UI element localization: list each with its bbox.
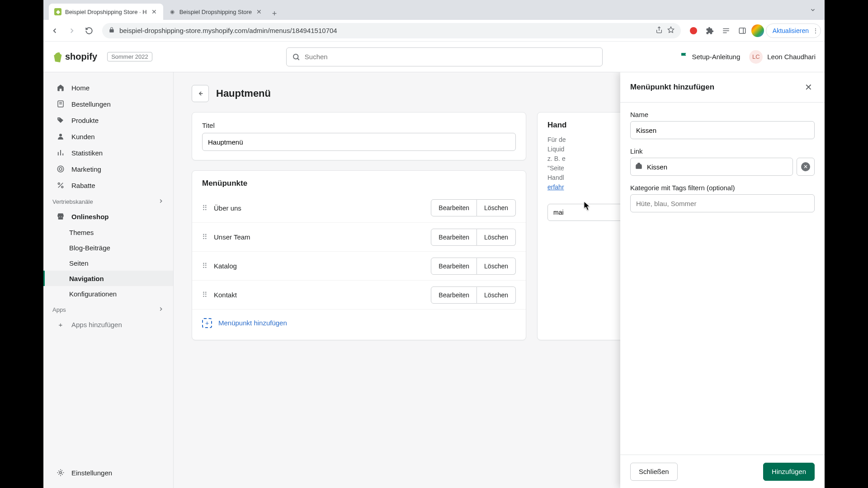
setup-guide-link[interactable]: Setup-Anleitung	[680, 52, 740, 61]
app-header: shopify Sommer 2022 Setup-Anleitung LC L…	[43, 42, 825, 72]
sidebar-sub-config[interactable]: Konfigurationen	[43, 286, 173, 301]
drag-handle-icon[interactable]: ⠿	[202, 233, 208, 241]
sidebar-item-marketing[interactable]: Marketing	[47, 161, 170, 177]
back-icon[interactable]	[47, 23, 62, 38]
svg-point-13	[59, 134, 62, 136]
sidebar-item-customers[interactable]: Kunden	[47, 128, 170, 145]
sidebar-sub-pages[interactable]: Seiten	[43, 255, 173, 271]
extension-icon[interactable]	[686, 23, 701, 38]
plus-icon: +	[56, 321, 65, 328]
page-back-button[interactable]	[192, 85, 209, 102]
main-content: Hauptmenü Titel Menüpunkte ⠿	[174, 72, 825, 488]
browser-tab[interactable]: ◉ Beispiel Dropshipping Store ✕	[163, 4, 268, 20]
svg-rect-5	[739, 28, 745, 33]
target-icon	[56, 165, 65, 173]
add-dashed-icon: +	[202, 318, 212, 328]
lock-icon	[108, 27, 115, 34]
add-menu-item-drawer: Menüpunkt hinzufügen ✕ Name Link	[620, 72, 825, 488]
sidebar-sub-navigation[interactable]: Navigation	[43, 271, 173, 286]
sidebar-sub-themes[interactable]: Themes	[43, 225, 173, 240]
side-panel-icon[interactable]	[735, 23, 750, 38]
tab-close-icon[interactable]: ✕	[151, 8, 158, 15]
menu-item-row: ⠿ Kontakt Bearbeiten Löschen	[192, 280, 526, 309]
svg-line-19	[58, 183, 63, 188]
sidebar-item-home[interactable]: Home	[47, 80, 170, 96]
edit-button[interactable]: Bearbeiten	[431, 199, 477, 216]
title-card: Titel	[192, 112, 526, 160]
url-bar[interactable]: beispiel-dropshipping-store.myshopify.co…	[102, 23, 681, 38]
sidebar-item-settings[interactable]: Einstellungen	[47, 465, 170, 481]
reload-icon[interactable]	[81, 23, 97, 38]
sidebar-item-discounts[interactable]: Rabatte	[47, 177, 170, 193]
shopify-logo[interactable]: shopify	[52, 52, 97, 62]
sidebar-sub-blog[interactable]: Blog-Beiträge	[43, 240, 173, 255]
svg-point-12	[58, 118, 59, 119]
svg-point-7	[293, 54, 298, 59]
link-input[interactable]	[630, 158, 793, 176]
edit-button[interactable]: Bearbeiten	[431, 229, 477, 246]
tabs-dropdown-icon[interactable]	[807, 4, 819, 16]
link-field-label: Link	[630, 147, 815, 155]
new-tab-button[interactable]: +	[268, 7, 281, 20]
globe-favicon-icon: ◉	[169, 8, 176, 15]
name-input[interactable]	[630, 121, 815, 139]
svg-point-22	[60, 472, 62, 474]
page-title: Hauptmenü	[216, 88, 271, 99]
drawer-title: Menüpunkt hinzufügen	[630, 83, 714, 92]
edit-button[interactable]: Bearbeiten	[431, 258, 477, 275]
chevron-right-icon[interactable]	[158, 306, 164, 314]
menu-items-card: Menüpunkte ⠿ Über uns Bearbeiten Löschen	[192, 170, 526, 340]
sidebar-item-add-apps[interactable]: + Apps hinzufügen	[47, 316, 170, 333]
menu-item-row: ⠿ Katalog Bearbeiten Löschen	[192, 251, 526, 280]
clear-x-icon: ✕	[801, 162, 810, 171]
tags-field-label: Kategorie mit Tags filtern (optional)	[630, 184, 815, 192]
star-icon[interactable]	[667, 26, 675, 35]
svg-point-21	[61, 186, 63, 188]
update-button[interactable]: Aktualisieren ⋮	[766, 23, 821, 38]
profile-avatar-icon[interactable]	[751, 24, 764, 37]
delete-button[interactable]: Löschen	[477, 229, 516, 246]
clear-link-button[interactable]: ✕	[797, 158, 815, 176]
add-menu-item-button[interactable]: + Menüpunkt hinzufügen	[192, 309, 526, 336]
delete-button[interactable]: Löschen	[477, 199, 516, 216]
tags-input[interactable]	[630, 194, 815, 212]
menu-items-heading: Menüpunkte	[192, 171, 526, 193]
orders-icon	[56, 100, 65, 108]
edit-button[interactable]: Bearbeiten	[431, 286, 477, 304]
sidebar-item-orders[interactable]: Bestellungen	[47, 96, 170, 112]
drag-handle-icon[interactable]: ⠿	[202, 291, 208, 299]
menu-title-input[interactable]	[202, 133, 516, 151]
svg-point-20	[58, 183, 60, 184]
forward-icon[interactable]	[64, 23, 80, 38]
user-menu[interactable]: LC Leon Chaudhari	[749, 50, 816, 64]
share-icon[interactable]	[656, 26, 663, 35]
drag-handle-icon[interactable]: ⠿	[202, 262, 208, 270]
menu-item-label: Katalog	[214, 262, 425, 270]
close-drawer-icon[interactable]: ✕	[802, 81, 815, 94]
browser-toolbar: beispiel-dropshipping-store.myshopify.co…	[43, 20, 825, 42]
reading-list-icon[interactable]	[719, 23, 733, 38]
add-button[interactable]: Hinzufügen	[763, 463, 815, 481]
menu-item-label: Über uns	[214, 204, 425, 212]
sidebar-item-analytics[interactable]: Statistiken	[47, 145, 170, 161]
sidebar-item-products[interactable]: Produkte	[47, 112, 170, 128]
drag-handle-icon[interactable]: ⠿	[202, 204, 208, 212]
home-icon	[56, 84, 65, 92]
tab-close-icon[interactable]: ✕	[255, 8, 263, 15]
kebab-menu-icon[interactable]: ⋮	[812, 27, 819, 34]
search-input[interactable]	[286, 47, 603, 66]
menu-item-label: Unser Team	[214, 233, 425, 241]
sidebar-section-apps: Apps	[43, 301, 173, 316]
extensions-icon[interactable]	[703, 23, 717, 38]
close-button[interactable]: Schließen	[630, 463, 678, 481]
svg-point-18	[59, 168, 62, 170]
learn-more-link[interactable]: erfahr	[547, 183, 564, 191]
chevron-right-icon[interactable]	[158, 198, 164, 206]
delete-button[interactable]: Löschen	[477, 258, 516, 275]
delete-button[interactable]: Löschen	[477, 286, 516, 304]
sidebar-item-onlineshop[interactable]: Onlineshop	[47, 208, 170, 225]
shopify-favicon-icon: ◆	[54, 8, 61, 15]
season-badge: Sommer 2022	[107, 52, 152, 61]
browser-tab-active[interactable]: ◆ Beispiel Dropshipping Store · H ✕	[49, 4, 163, 20]
url-text: beispiel-dropshipping-store.myshopify.co…	[119, 27, 651, 34]
